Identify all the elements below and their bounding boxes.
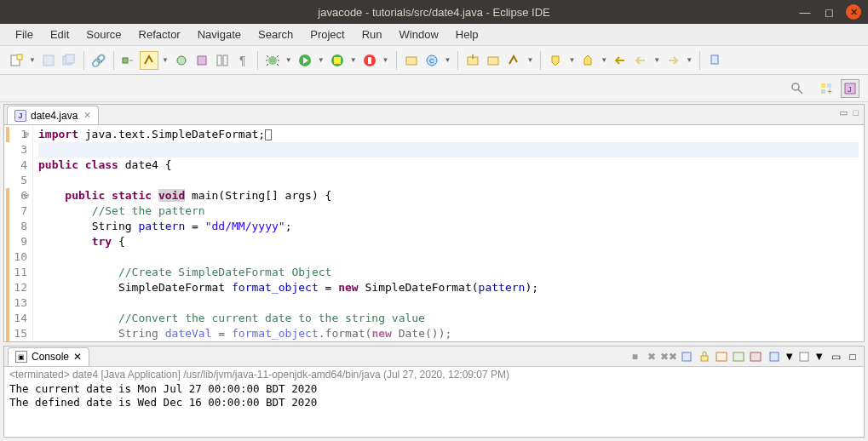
svg-rect-34 [770,352,779,361]
new-package-button[interactable] [193,51,211,70]
menu-search[interactable]: Search [250,26,302,43]
new-button[interactable] [7,51,26,70]
debug-button[interactable] [263,51,282,70]
svg-text:C: C [429,57,434,65]
menu-file[interactable]: File [7,26,42,43]
debug-dropdown[interactable]: ▼ [284,56,294,64]
toolbar-separator [83,51,84,70]
toggle-breadcrumb-button[interactable] [119,51,138,70]
svg-rect-15 [368,57,371,64]
line-number-gutter: 1⊕ 3 4 5 6⊖ 7 8 9 10 11 12 13 14 15 [4,125,33,341]
forward-dropdown[interactable]: ▼ [684,56,694,64]
svg-rect-4 [66,54,74,63]
console-tab-label: Console [32,351,69,363]
scroll-lock-button[interactable] [697,349,712,364]
prev-annotation-dropdown[interactable]: ▼ [599,56,609,64]
external-tools-dropdown[interactable]: ▼ [381,56,391,64]
link-editor-button[interactable]: 🔗 [89,51,108,70]
toolbar-separator [699,51,700,70]
console-toolbar: ■ ✖ ✖✖ ▼ ▼ ▭ □ [627,349,860,364]
maximize-button[interactable]: ◻ [822,5,836,19]
terminate-button[interactable]: ■ [627,349,642,364]
java-perspective-button[interactable]: J [841,79,859,98]
save-all-button[interactable] [60,51,78,70]
svg-rect-33 [750,352,761,361]
remove-launch-button[interactable]: ✖ [644,349,659,364]
menu-run[interactable]: Run [354,26,391,43]
menu-help[interactable]: Help [447,26,487,43]
display-console-button[interactable] [796,349,812,364]
coverage-button[interactable] [328,51,347,70]
window-controls: — ◻ ✕ [798,4,861,20]
svg-rect-5 [123,58,128,63]
clear-console-button[interactable] [680,349,695,364]
code-content[interactable]: import java.text.SimpleDateFormat; publi… [33,125,864,341]
menu-bar: File Edit Source Refactor Navigate Searc… [0,24,868,46]
console-maximize-icon[interactable]: □ [845,349,860,364]
external-tools-button[interactable] [360,51,379,70]
svg-rect-32 [733,352,744,361]
console-view: ▣ Console ✕ ■ ✖ ✖✖ ▼ ▼ ▭ □ <terminated> … [3,346,865,438]
minimize-button[interactable]: — [798,5,812,19]
open-perspective-button[interactable]: + [817,79,836,98]
svg-text:J: J [848,85,852,94]
show-on-error-button[interactable] [748,349,763,364]
minimize-view-icon[interactable]: ▭ [839,107,848,118]
console-output[interactable]: The current date is Mon Jul 27 00:00:00 … [4,382,864,437]
back-dropdown[interactable]: ▼ [652,56,662,64]
mark-dropdown[interactable]: ▼ [160,56,170,64]
last-edit-button[interactable] [611,51,629,70]
pin-console-button[interactable] [767,349,782,364]
open-type-button[interactable] [463,51,482,70]
menu-edit[interactable]: Edit [42,26,78,43]
editor-area: J date4.java ✕ ▭ □ 1⊕ 3 4 5 6⊖ 7 8 9 10 … [3,104,865,342]
toggle-mark-button[interactable] [140,51,158,70]
run-button[interactable] [296,51,314,70]
show-on-output-button[interactable] [731,349,746,364]
menu-window[interactable]: Window [391,26,447,43]
pin-console-dropdown[interactable]: ▼ [784,350,795,363]
run-dropdown[interactable]: ▼ [316,56,326,64]
show-whitespace-button[interactable]: ¶ [233,51,252,70]
menu-refactor[interactable]: Refactor [130,26,189,43]
svg-rect-8 [217,55,221,66]
console-tab[interactable]: ▣ Console ✕ [8,347,89,366]
window-title: javacode - tutorials/src/date4.java - Ec… [318,6,549,19]
code-editor[interactable]: 1⊕ 3 4 5 6⊖ 7 8 9 10 11 12 13 14 15 impo… [4,125,864,341]
console-launch-header: <terminated> date4 [Java Application] /u… [4,367,864,382]
editor-tab-date4[interactable]: J date4.java ✕ [7,106,99,124]
toolbar-separator [396,51,397,70]
next-annotation-dropdown[interactable]: ▼ [566,56,577,64]
new-dropdown[interactable]: ▼ [27,56,37,64]
console-minimize-icon[interactable]: ▭ [828,349,843,364]
maximize-view-icon[interactable]: □ [853,107,859,118]
new-class-dropdown[interactable]: ▼ [443,56,453,64]
close-button[interactable]: ✕ [846,4,861,20]
search-dropdown[interactable]: ▼ [525,56,535,64]
prev-annotation-button[interactable] [578,51,597,70]
close-tab-icon[interactable]: ✕ [83,110,91,121]
menu-navigate[interactable]: Navigate [189,26,250,43]
next-annotation-button[interactable] [546,51,565,70]
coverage-dropdown[interactable]: ▼ [348,56,359,64]
new-class-button[interactable] [172,51,191,70]
search-button[interactable] [504,51,523,70]
menu-project[interactable]: Project [302,26,353,43]
svg-rect-31 [716,352,727,361]
display-console-dropdown[interactable]: ▼ [813,350,825,363]
svg-rect-9 [223,55,227,66]
forward-button[interactable] [664,51,682,70]
save-button[interactable] [39,51,58,70]
new-java-project-button[interactable] [402,51,421,70]
close-console-icon[interactable]: ✕ [73,351,82,363]
open-task-button[interactable] [484,51,503,70]
pin-editor-button[interactable] [705,51,724,70]
block-select-button[interactable] [213,51,232,70]
quick-access-search-icon[interactable] [788,79,807,98]
new-java-class-button[interactable]: C [423,51,441,70]
back-button[interactable] [631,51,650,70]
word-wrap-button[interactable] [714,349,729,364]
remove-all-button[interactable]: ✖✖ [661,349,676,364]
menu-source[interactable]: Source [78,26,129,43]
svg-rect-25 [821,89,825,94]
